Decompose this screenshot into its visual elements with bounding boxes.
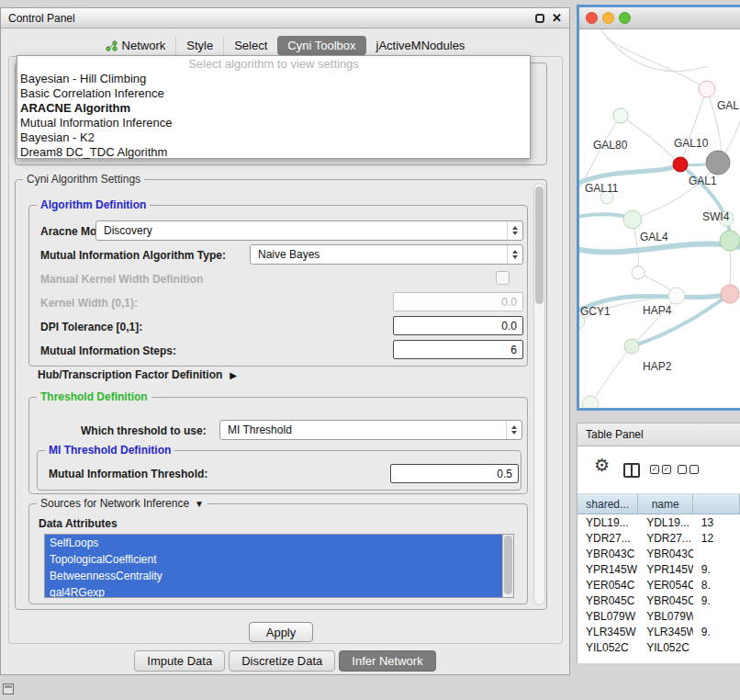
node-label: GAL1 — [689, 175, 717, 187]
table-panel-title: Table Panel — [586, 428, 644, 441]
minimized-panel-icon[interactable] — [3, 683, 14, 694]
cell: YER054C — [638, 579, 693, 592]
list-item[interactable]: SelfLoops — [45, 535, 504, 551]
mi-steps-value: 6 — [510, 344, 517, 356]
list-scrollbar-thumb[interactable] — [504, 536, 512, 594]
sources-group: Sources for Network Inference ▼ Data Att… — [28, 503, 528, 604]
table-row[interactable]: YIL052CYIL052C — [577, 639, 740, 655]
cell: 9. — [693, 563, 740, 576]
tab-select-label: Select — [234, 39, 267, 52]
mi-type-select[interactable]: Naive Bayes — [250, 244, 523, 265]
sources-title-label: Sources for Network Inference — [40, 497, 189, 510]
column-header-extra[interactable] — [693, 494, 740, 514]
table-row[interactable]: YBR045CYBR045C9. — [577, 593, 740, 608]
data-attributes-label: Data Attributes — [39, 517, 118, 530]
list-item[interactable]: gal4RGexp — [45, 584, 504, 598]
table-row[interactable]: YER054CYER054C8. — [577, 577, 740, 593]
dpi-tolerance-label: DPI Tolerance [0,1]: — [40, 321, 142, 333]
which-threshold-select[interactable]: MI Threshold — [219, 420, 522, 440]
close-icon[interactable]: ✕ — [552, 12, 562, 24]
kernel-width-label: Kernel Width (0,1): — [40, 297, 138, 310]
tab-network-label: Network — [122, 39, 166, 52]
table-row[interactable]: YDL19...YDL19...13 — [577, 514, 740, 530]
popup-item[interactable]: Mutual Information Inference — [17, 116, 530, 130]
table-row[interactable]: YPR145WYPR145W9. — [577, 561, 740, 577]
combo-arrows-icon — [506, 421, 521, 439]
cell: YIL052C — [577, 641, 638, 654]
table-settings-gear-icon[interactable]: ⚙ — [594, 457, 610, 474]
zoom-traffic-light[interactable] — [619, 12, 631, 24]
apply-button[interactable]: Apply — [249, 622, 313, 642]
float-window-icon[interactable] — [535, 14, 544, 23]
cell: YDL19... — [638, 516, 693, 529]
column-header-name[interactable]: name — [638, 494, 693, 514]
cell: YDR27... — [638, 532, 693, 545]
tab-discretize-data[interactable]: Discretize Data — [229, 650, 335, 672]
list-scrollbar[interactable] — [502, 535, 513, 597]
column-layout-icon[interactable] — [623, 463, 640, 478]
threshold-definition-title: Threshold Definition — [37, 390, 151, 403]
node-label: GAL — [717, 99, 739, 112]
cell: YPR145W — [577, 563, 638, 576]
popup-item-highlighted[interactable]: ARACNE Algorithm — [17, 101, 530, 116]
settings-group-title: Cyni Algorithm Settings — [23, 173, 144, 186]
cell: YBR045C — [638, 594, 693, 607]
algorithm-definition-group: Algorithm Definition Aracne Mode: Discov… — [28, 205, 528, 367]
cell: 9. — [693, 594, 740, 607]
cell: YBL079W — [638, 610, 693, 623]
dpi-tolerance-field[interactable]: 0.0 — [393, 316, 523, 335]
popup-item[interactable]: Basic Correlation Inference — [17, 86, 530, 101]
which-threshold-label: Which threshold to use: — [81, 424, 207, 437]
settings-scrollbar-thumb[interactable] — [535, 186, 544, 304]
table-row[interactable]: YBR043CYBR043C — [577, 546, 740, 561]
expand-right-icon: ▶ — [230, 370, 237, 380]
tab-network[interactable]: Network — [95, 36, 176, 55]
manual-kernel-checkbox[interactable] — [496, 271, 510, 285]
table-row[interactable]: YLR345WYLR345W9. — [577, 624, 740, 639]
network-view-window: GAL80 GAL10 GAL1 GAL11 SWI4 GAL4 GCY1 HA… — [577, 5, 740, 411]
aracne-mode-select[interactable]: Discovery — [95, 220, 523, 241]
cyni-algorithm-settings-group: Cyni Algorithm Settings Algorithm Defini… — [15, 179, 547, 610]
select-all-icon[interactable]: ✓ ✓ — [650, 465, 671, 474]
checked-box-icon: ✓ — [650, 465, 659, 474]
table-row[interactable]: YDR27...YDR27...12 — [577, 530, 740, 546]
tab-style[interactable]: Style — [175, 36, 223, 55]
mi-threshold-label: Mutual Information Threshold: — [49, 468, 207, 480]
sources-group-title[interactable]: Sources for Network Inference ▼ — [37, 497, 207, 510]
popup-item[interactable]: Bayesian - K2 — [17, 130, 530, 145]
threshold-definition-group: Threshold Definition Which threshold to … — [28, 397, 528, 494]
settings-scrollbar[interactable] — [533, 183, 545, 605]
minimize-traffic-light[interactable] — [602, 12, 614, 24]
popup-item[interactable]: Bayesian - Hill Climbing — [17, 72, 530, 86]
cell: YBR043C — [638, 548, 693, 560]
table-row[interactable]: YBL079WYBL079W — [577, 608, 740, 624]
mi-steps-field[interactable]: 6 — [393, 340, 523, 359]
popup-item[interactable]: Dream8 DC_TDC Algorithm — [17, 145, 530, 160]
tab-cyni-toolbox[interactable]: Cyni Toolbox — [277, 36, 365, 55]
tab-jactivemnodules-label: jActiveMNodules — [376, 39, 465, 52]
hub-definition-expander[interactable]: Hub/Transcription Factor Definition ▶ — [38, 368, 237, 381]
aracne-mode-value: Discovery — [104, 224, 152, 237]
close-traffic-light[interactable] — [586, 12, 598, 24]
mi-threshold-value: 0.5 — [497, 468, 512, 480]
tab-jactivemnodules[interactable]: jActiveMNodules — [366, 36, 476, 55]
empty-box-icon — [690, 465, 699, 474]
column-header-shared-name[interactable]: shared... — [577, 494, 638, 514]
network-canvas[interactable]: GAL80 GAL10 GAL1 GAL11 SWI4 GAL4 GCY1 HA… — [579, 29, 740, 408]
list-item[interactable]: BetweennessCentrality — [45, 568, 504, 584]
node-label: GAL80 — [593, 139, 627, 152]
combo-arrows-icon — [507, 245, 522, 264]
table-panel-titlebar: Table Panel — [577, 423, 740, 446]
tab-infer-network[interactable]: Infer Network — [339, 650, 435, 672]
tab-select[interactable]: Select — [223, 36, 277, 55]
tab-impute-data[interactable]: Impute Data — [134, 650, 225, 672]
control-panel-tabs: Network Style Select Cyni Toolbox jActiv… — [1, 35, 569, 56]
kernel-width-field[interactable]: 0.0 — [393, 292, 523, 311]
list-item[interactable]: TopologicalCoefficient — [45, 551, 504, 568]
desktop: Control Panel ✕ Network Style Select Cyn… — [0, 0, 740, 700]
mi-threshold-field[interactable]: 0.5 — [390, 464, 519, 483]
bottom-tabs: Impute Data Discretize Data Infer Networ… — [1, 650, 569, 672]
cell: 8. — [693, 579, 740, 592]
cell: YBR043C — [577, 548, 638, 560]
deselect-all-icon[interactable] — [678, 465, 699, 474]
